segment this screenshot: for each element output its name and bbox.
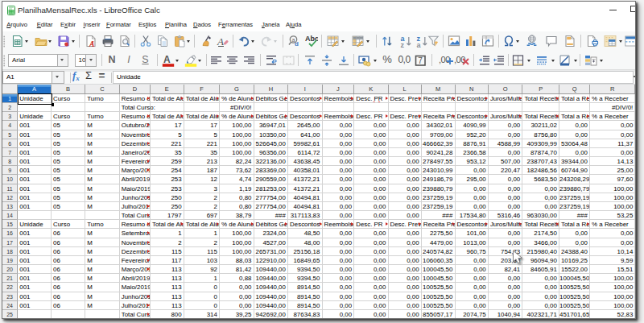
svg-text:z: z	[400, 41, 404, 48]
svg-text:A: A	[217, 35, 224, 48]
svg-text:a: a	[417, 41, 422, 48]
svg-text:A: A	[89, 40, 94, 48]
svg-text:7: 7	[418, 56, 423, 65]
svg-text:A: A	[163, 54, 171, 65]
svg-text:d: d	[295, 40, 299, 48]
